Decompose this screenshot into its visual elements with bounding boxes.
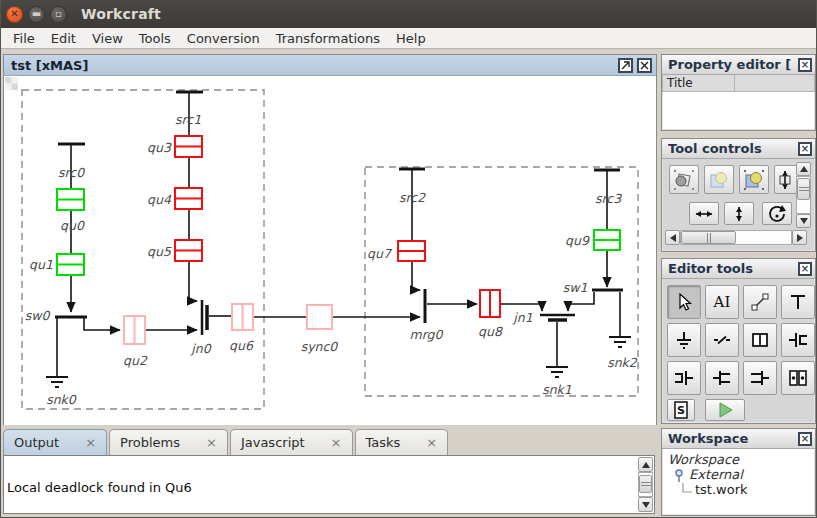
svg-text:snk2: snk2 [607, 355, 638, 370]
menu-view[interactable]: View [84, 29, 131, 48]
console-scroll-down[interactable] [638, 497, 653, 512]
console-vthumb[interactable] [639, 475, 652, 493]
workspace-root-item[interactable]: Workspace [668, 452, 815, 467]
sync-tool-button[interactable] [781, 361, 815, 395]
script-tool-button[interactable]: S [667, 399, 695, 421]
tab-output-label: Output [14, 435, 59, 450]
select-faded-button[interactable] [704, 165, 734, 194]
join-tool-button[interactable] [667, 361, 701, 395]
toolctl-scroll-right[interactable] [792, 230, 807, 245]
svg-text:src0: src0 [58, 165, 85, 180]
rotate-button[interactable] [762, 202, 792, 225]
workspace-close-icon[interactable]: × [798, 432, 812, 446]
selection-color-icon [742, 168, 766, 192]
tree-node-icon [674, 468, 686, 482]
window-maximize-button[interactable]: ▫ [50, 6, 67, 23]
svg-text:src3: src3 [595, 191, 622, 206]
selection-tool-button[interactable] [667, 285, 701, 319]
flip-horizontal-button[interactable] [689, 202, 719, 225]
sync-icon [787, 367, 809, 389]
component-qu9[interactable] [594, 230, 620, 250]
tool-controls-close-icon[interactable]: × [798, 142, 812, 156]
component-snk0[interactable] [46, 377, 68, 387]
workspace-external-item[interactable]: External [674, 467, 815, 482]
component-snk2[interactable] [609, 337, 631, 347]
console-scroll-up[interactable] [638, 457, 653, 472]
menu-help[interactable]: Help [388, 29, 434, 48]
script-icon: S [672, 401, 690, 419]
toolctl-scroll-down[interactable] [796, 214, 811, 228]
tab-tasks-close-icon[interactable]: × [426, 435, 437, 450]
tab-tasks[interactable]: Tasks × [355, 429, 449, 455]
tab-javascript[interactable]: Javascript × [230, 429, 353, 455]
component-qu6[interactable] [232, 304, 253, 330]
toolctl-scroll-left[interactable] [665, 230, 680, 245]
pointer-icon [673, 291, 695, 313]
function-tool-button[interactable] [705, 323, 739, 357]
tab-problems[interactable]: Problems × [109, 429, 228, 455]
toolctl-vthumb[interactable] [797, 178, 810, 200]
component-qu5[interactable] [175, 240, 202, 261]
tab-problems-label: Problems [120, 435, 180, 450]
menu-conversion[interactable]: Conversion [179, 29, 268, 48]
menu-tools[interactable]: Tools [131, 29, 179, 48]
editor-tools-panel: Editor tools × AI [661, 258, 816, 424]
component-labels: src0 src1 src2 src3 qu0 qu1 qu2 qu3 qu4 … [25, 112, 638, 407]
svg-text:qu2: qu2 [123, 353, 148, 368]
window-minimize-button[interactable]: ▬ [28, 6, 45, 23]
component-jn1[interactable] [540, 315, 575, 320]
property-editor-close-icon[interactable]: × [798, 58, 812, 72]
tool-controls-title: Tool controls [668, 141, 798, 156]
menu-edit[interactable]: Edit [43, 29, 84, 48]
xmas-circuit: src0 src1 src2 src3 qu0 qu1 qu2 qu3 qu4 … [4, 76, 656, 424]
tab-output[interactable]: Output × [3, 429, 107, 455]
switch-tool-button[interactable] [705, 361, 739, 395]
editor-tools-title: Editor tools [668, 261, 798, 276]
text-tool-button[interactable]: AI [705, 285, 739, 319]
queue-tool-button[interactable] [743, 323, 777, 357]
menu-file[interactable]: File [5, 29, 43, 48]
merge-tool-button[interactable] [743, 361, 777, 395]
svg-text:mrg0: mrg0 [410, 327, 444, 342]
select-none-button[interactable] [669, 165, 699, 194]
component-qu2[interactable] [124, 316, 145, 344]
select-all-button[interactable] [739, 165, 769, 194]
source-tool-button[interactable] [781, 285, 815, 319]
toolctl-scroll-up[interactable] [796, 162, 811, 176]
editor-close-button[interactable] [637, 58, 652, 73]
component-jn0[interactable] [202, 300, 207, 335]
component-qu3[interactable] [175, 136, 202, 157]
component-qu0[interactable] [57, 189, 84, 210]
window-close-button[interactable]: ✕ [6, 6, 23, 23]
component-qu1[interactable] [57, 254, 84, 275]
fork-tool-button[interactable] [781, 323, 815, 357]
svg-text:qu5: qu5 [147, 244, 172, 259]
editor-panel: tst [xMAS] [3, 54, 657, 425]
connection-icon [749, 291, 771, 313]
tab-javascript-label: Javascript [241, 435, 305, 450]
sink-tool-button[interactable] [667, 323, 701, 357]
component-qu4[interactable] [175, 188, 202, 209]
editor-maximize-button[interactable] [618, 58, 633, 73]
svg-text:jn0: jn0 [190, 341, 211, 356]
toolctl-hthumb[interactable] [681, 231, 736, 244]
property-editor-header: Property editor [ × [662, 55, 815, 75]
workspace-file-item[interactable]: tst.work [679, 482, 815, 497]
simulation-tool-button[interactable] [705, 399, 745, 421]
canvas[interactable]: src0 src1 src2 src3 qu0 qu1 qu2 qu3 qu4 … [4, 76, 656, 425]
tab-output-close-icon[interactable]: × [85, 435, 96, 450]
connection-tool-button[interactable] [743, 285, 777, 319]
fork-icon [787, 329, 809, 351]
component-snk1[interactable] [546, 367, 568, 377]
property-editor-title: Property editor [ [668, 57, 798, 72]
tab-problems-close-icon[interactable]: × [206, 435, 217, 450]
flip-vertical-button[interactable] [724, 202, 754, 225]
svg-text:qu8: qu8 [478, 324, 503, 339]
component-qu8[interactable] [480, 290, 500, 317]
editor-tools-close-icon[interactable]: × [798, 262, 812, 276]
tab-javascript-close-icon[interactable]: × [331, 435, 342, 450]
component-sync0[interactable] [307, 305, 332, 329]
menu-transformations[interactable]: Transformations [268, 29, 388, 48]
svg-text:snk0: snk0 [46, 392, 77, 407]
component-qu7[interactable] [398, 241, 425, 261]
